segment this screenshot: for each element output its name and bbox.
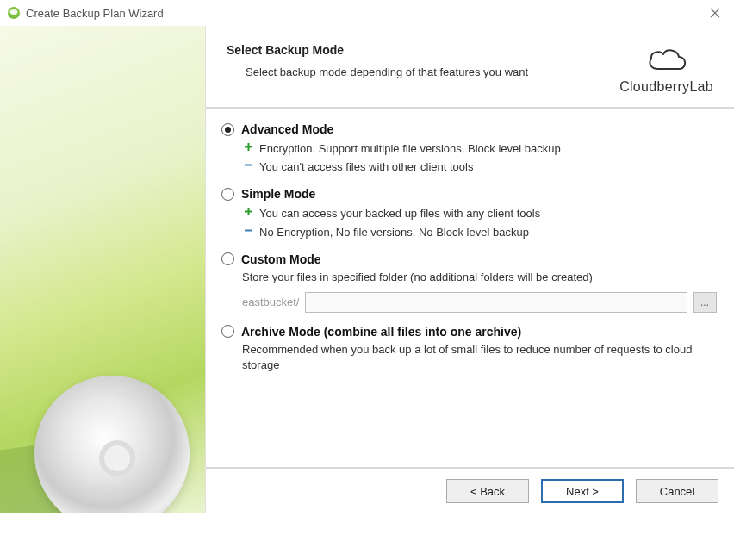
browse-button[interactable]: ...: [693, 292, 717, 313]
radio-advanced[interactable]: Advanced Mode: [221, 122, 717, 136]
option-advanced: Advanced Mode Encryption, Support multip…: [221, 122, 717, 175]
wizard-footer: < Back Next > Cancel: [206, 467, 734, 513]
cloud-icon: [643, 43, 691, 78]
cancel-button[interactable]: Cancel: [636, 479, 718, 503]
radio-custom[interactable]: Custom Mode: [221, 252, 717, 266]
plus-icon: [242, 207, 254, 216]
svg-point-1: [10, 9, 18, 15]
window-title: Create Backup Plan Wizard: [26, 7, 164, 20]
option-archive: Archive Mode (combine all files into one…: [221, 325, 717, 373]
option-simple-label: Simple Mode: [241, 187, 315, 201]
advanced-con: You can't access files with other client…: [242, 159, 717, 175]
page-title: Select Backup Mode: [227, 43, 609, 57]
custom-description: Store your files in specified folder (no…: [242, 270, 717, 285]
next-button[interactable]: Next >: [541, 479, 624, 503]
radio-icon: [221, 325, 234, 338]
radio-archive[interactable]: Archive Mode (combine all files into one…: [221, 325, 717, 339]
archive-description: Recommended when you back up a lot of sm…: [242, 342, 717, 373]
close-icon[interactable]: [703, 4, 727, 22]
advanced-pro: Encryption, Support multiple file versio…: [242, 141, 717, 157]
simple-pro: You can access your backed up files with…: [242, 206, 717, 221]
radio-simple[interactable]: Simple Mode: [221, 187, 717, 201]
radio-icon: [221, 252, 234, 265]
wizard-sidebar-image: [0, 26, 205, 513]
minus-icon: [242, 226, 254, 235]
option-archive-label: Archive Mode (combine all files into one…: [241, 325, 521, 339]
app-icon: [7, 6, 21, 20]
custom-path-prefix: eastbucket/: [242, 296, 300, 308]
option-advanced-label: Advanced Mode: [241, 122, 333, 136]
wizard-header: Select Backup Mode Select backup mode de…: [206, 26, 734, 109]
minus-icon: [242, 160, 254, 170]
back-button[interactable]: < Back: [446, 479, 529, 503]
option-simple: Simple Mode You can access your backed u…: [221, 187, 717, 240]
custom-path-input[interactable]: [305, 292, 688, 313]
radio-icon: [221, 123, 234, 136]
simple-con: No Encryption, No file versions, No Bloc…: [242, 225, 717, 240]
radio-icon: [221, 188, 234, 201]
plus-icon: [242, 142, 254, 152]
option-custom-label: Custom Mode: [241, 252, 321, 266]
option-custom: Custom Mode Store your files in specifie…: [221, 252, 717, 313]
brand-logo: CloudberryLab: [619, 43, 713, 95]
titlebar: Create Backup Plan Wizard: [0, 0, 734, 26]
brand-name: CloudberryLab: [619, 79, 713, 95]
page-subtitle: Select backup mode depending of that fea…: [246, 65, 609, 78]
